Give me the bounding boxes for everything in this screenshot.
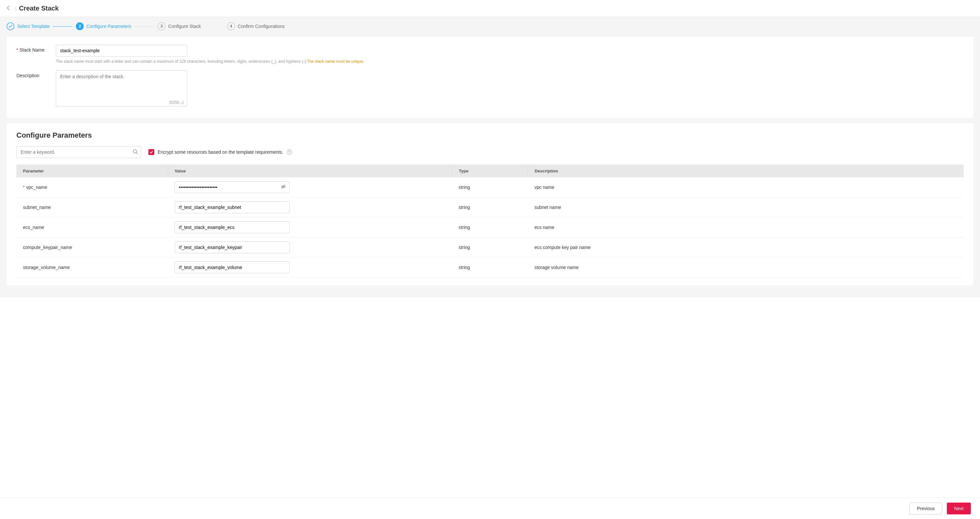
- help-icon[interactable]: ?: [286, 150, 292, 155]
- step-label: Select Template: [17, 24, 49, 29]
- param-name-cell: compute_keypair_name: [16, 237, 168, 258]
- col-description: Description: [528, 165, 964, 177]
- page-header: | Create Stack: [0, 0, 980, 17]
- param-value-input[interactable]: [175, 261, 290, 273]
- keyword-search-input[interactable]: [16, 146, 141, 158]
- step-configure-stack[interactable]: 3 Configure Stack: [158, 22, 201, 30]
- stack-name-input[interactable]: [56, 45, 187, 56]
- svg-point-0: [133, 150, 137, 153]
- svg-line-1: [136, 153, 138, 154]
- eye-off-icon[interactable]: [280, 184, 286, 191]
- table-row: subnet_namestringsubnet name: [16, 197, 964, 217]
- param-desc-cell: ecs compute key pair name: [528, 237, 964, 258]
- step-number: 3: [158, 22, 165, 30]
- step-number: 4: [227, 22, 235, 30]
- param-desc-cell: storage volume name: [528, 258, 964, 277]
- col-value: Value: [168, 165, 452, 177]
- step-confirm-configurations[interactable]: 4 Confirm Configurations: [227, 22, 285, 30]
- step-configure-parameters[interactable]: 2 Configure Parameters: [76, 22, 131, 30]
- param-value-cell: [168, 177, 452, 197]
- step-label: Configure Parameters: [86, 24, 131, 29]
- param-type-cell: string: [452, 217, 528, 237]
- char-counter: 0/255: [169, 100, 184, 105]
- table-row: ecs_namestringecs name: [16, 217, 964, 237]
- stack-name-hint: The stack name must start with a letter …: [56, 59, 307, 64]
- stack-name-warning: The stack name must be unique.: [307, 59, 364, 64]
- param-value-input[interactable]: [175, 181, 290, 193]
- param-value-cell: [168, 217, 452, 237]
- param-desc-cell: ecs name: [528, 217, 964, 237]
- step-label: Confirm Configurations: [238, 24, 285, 29]
- param-value-cell: [168, 258, 452, 277]
- param-type-cell: string: [452, 258, 528, 277]
- step-select-template[interactable]: Select Template: [6, 22, 49, 30]
- table-row: compute_keypair_namestringecs compute ke…: [16, 237, 964, 258]
- param-name-cell: ecs_name: [16, 217, 168, 237]
- divider: |: [13, 6, 19, 11]
- param-value-input[interactable]: [175, 221, 290, 233]
- required-icon: *: [23, 185, 25, 190]
- table-row: *vpc_namestringvpc name: [16, 177, 964, 197]
- param-value-cell: [168, 197, 452, 217]
- param-name-cell: storage_volume_name: [16, 258, 168, 277]
- table-row: storage_volume_namestringstorage volume …: [16, 258, 964, 277]
- param-value-cell: [168, 237, 452, 258]
- required-icon: *: [16, 47, 18, 53]
- param-name-cell: subnet_name: [16, 197, 168, 217]
- wizard-steps: Select Template 2 Configure Parameters 3…: [0, 17, 980, 37]
- param-type-cell: string: [452, 237, 528, 258]
- param-name-cell: *vpc_name: [16, 177, 168, 197]
- back-icon[interactable]: [6, 5, 13, 11]
- svg-line-3: [282, 185, 285, 189]
- step-label: Configure Stack: [168, 24, 201, 29]
- param-type-cell: string: [452, 177, 528, 197]
- description-textarea[interactable]: [56, 70, 187, 107]
- col-type: Type: [452, 165, 528, 177]
- param-type-cell: string: [452, 197, 528, 217]
- search-icon[interactable]: [133, 149, 138, 155]
- parameters-table: Parameter Value Type Description *vpc_na…: [16, 165, 964, 277]
- param-value-input[interactable]: [175, 242, 290, 253]
- step-connector: [53, 26, 73, 27]
- page-title: Create Stack: [19, 5, 59, 12]
- stack-info-panel: *Stack Name The stack name must start wi…: [6, 37, 974, 118]
- param-value-input[interactable]: [175, 201, 290, 213]
- step-number: 2: [76, 22, 84, 30]
- encrypt-label: Encrypt some resources based on the temp…: [158, 150, 283, 155]
- section-title: Configure Parameters: [16, 131, 964, 140]
- parameters-panel: Configure Parameters Encrypt some resour…: [6, 123, 974, 285]
- description-label: Description: [16, 70, 56, 78]
- stack-name-label: *Stack Name: [16, 45, 56, 53]
- encrypt-checkbox[interactable]: [148, 149, 154, 155]
- step-connector: [135, 26, 154, 27]
- resize-handle-icon: [181, 101, 184, 104]
- param-desc-cell: subnet name: [528, 197, 964, 217]
- check-icon: [6, 22, 14, 30]
- col-parameter: Parameter: [16, 165, 168, 177]
- param-desc-cell: vpc name: [528, 177, 964, 197]
